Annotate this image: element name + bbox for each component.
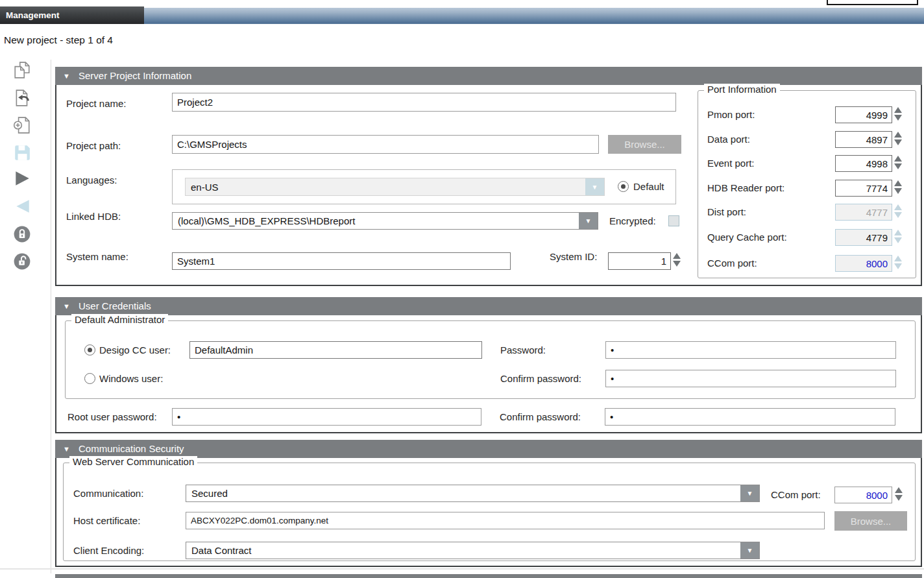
port-label: CCom port: xyxy=(707,255,757,272)
ccom-port-input-ws[interactable] xyxy=(834,487,892,503)
collapse-triangle-icon[interactable]: ▼ xyxy=(63,297,70,315)
dist-port-spinner xyxy=(894,204,903,218)
language-default-label: Default xyxy=(633,178,664,196)
event-port-input[interactable] xyxy=(835,155,892,172)
languages-group-box: en-US ▼ Default xyxy=(172,169,676,204)
query-cache-port-input[interactable] xyxy=(835,229,892,246)
unlock-icon[interactable] xyxy=(13,252,31,271)
collapse-triangle-icon[interactable]: ▼ xyxy=(63,67,70,85)
save-icon[interactable] xyxy=(13,143,31,162)
ccom-port-input[interactable] xyxy=(835,255,892,272)
spinner-down-icon[interactable] xyxy=(673,261,681,267)
port-label: HDB Reader port: xyxy=(707,180,784,197)
next-section-header-partial[interactable] xyxy=(55,574,922,578)
data-port-input[interactable] xyxy=(835,131,892,148)
web-server-communication-group: Web Server Communication Communication: … xyxy=(63,463,916,561)
section-header-communication-security[interactable]: ▼ Communication Security xyxy=(55,440,922,458)
chevron-down-icon[interactable]: ▼ xyxy=(579,213,598,229)
desigo-cc-user-label: Desigo CC user: xyxy=(99,341,171,359)
linked-hdb-value: (local)\GMS_HDB_EXPRESS\HDBreport xyxy=(178,213,355,229)
default-administrator-group: Default Administrator Desigo CC user: Pa… xyxy=(65,320,916,399)
lock-icon[interactable] xyxy=(13,225,31,243)
hdb-reader-port-input[interactable] xyxy=(835,180,892,197)
back-icon[interactable] xyxy=(13,197,31,215)
host-certificate-input[interactable] xyxy=(186,512,825,529)
chevron-down-icon[interactable]: ▼ xyxy=(585,178,604,195)
event-port-spinner[interactable] xyxy=(894,156,903,169)
project-path-input[interactable] xyxy=(172,135,599,154)
query-cache-port-spinner[interactable] xyxy=(894,230,903,243)
data-port-spinner[interactable] xyxy=(894,132,903,145)
root-confirm-password-label: Confirm password: xyxy=(500,408,581,426)
import-document-icon[interactable] xyxy=(13,89,31,107)
desigo-cc-user-input[interactable] xyxy=(189,341,482,359)
host-certificate-label: Host certificate: xyxy=(73,512,140,529)
system-id-spinner-arrows[interactable] xyxy=(673,253,682,267)
languages-value: en-US xyxy=(191,178,219,195)
language-default-radio[interactable] xyxy=(618,181,629,192)
port-label: Data port: xyxy=(707,131,750,148)
host-certificate-browse-button[interactable]: Browse... xyxy=(834,511,907,531)
linked-hdb-label: Linked HDB: xyxy=(66,208,121,225)
section-title: Communication Security xyxy=(79,440,184,458)
root-password-label: Root user password: xyxy=(67,408,157,426)
section-title: User Credentials xyxy=(79,297,151,315)
ccom-port-spinner[interactable] xyxy=(894,256,903,269)
section-body-communication-security: Web Server Communication Communication: … xyxy=(55,458,922,567)
collapse-triangle-icon[interactable]: ▼ xyxy=(63,440,70,458)
windows-user-label: Windows user: xyxy=(99,370,163,387)
linked-hdb-dropdown[interactable]: (local)\GMS_HDB_EXPRESS\HDBreport ▼ xyxy=(172,212,598,230)
port-information-group: Port Information Pmon port: Data port: E… xyxy=(698,90,916,278)
communication-label: Communication: xyxy=(73,485,143,502)
port-label: Event port: xyxy=(707,155,755,172)
application-window: Management New project - step 1 of 4 xyxy=(0,0,924,578)
ccom-port-ws-spinner[interactable] xyxy=(895,487,904,501)
languages-dropdown[interactable]: en-US ▼ xyxy=(185,178,605,196)
windows-user-radio[interactable] xyxy=(84,373,95,384)
chevron-down-icon[interactable]: ▼ xyxy=(740,542,759,559)
password-input[interactable] xyxy=(605,341,896,359)
port-label: Pmon port: xyxy=(707,106,755,123)
system-name-label: System name: xyxy=(66,248,128,265)
chevron-down-icon[interactable]: ▼ xyxy=(740,485,759,501)
section-body-user-credentials: Default Administrator Desigo CC user: Pa… xyxy=(55,315,922,433)
encrypted-label: Encrypted: xyxy=(609,212,656,230)
root-password-input[interactable] xyxy=(172,408,481,426)
pmon-port-input[interactable] xyxy=(835,106,892,123)
spinner-up-icon[interactable] xyxy=(673,253,681,259)
project-name-label: Project name: xyxy=(66,94,127,113)
pmon-port-spinner[interactable] xyxy=(894,107,903,121)
communication-dropdown[interactable]: Secured ▼ xyxy=(186,485,760,502)
web-server-communication-title: Web Server Communication xyxy=(69,456,197,467)
system-id-label: System ID: xyxy=(550,248,597,265)
root-confirm-password-input[interactable] xyxy=(605,408,895,426)
confirm-password-input[interactable] xyxy=(605,370,896,387)
section-header-server-project[interactable]: ▼ Server Project Information xyxy=(55,67,922,85)
languages-label: Languages: xyxy=(66,171,117,189)
tab-management[interactable]: Management xyxy=(0,6,144,24)
hdb-reader-port-spinner[interactable] xyxy=(894,180,903,194)
bottom-divider xyxy=(0,568,924,570)
encrypted-checkbox[interactable] xyxy=(668,215,679,226)
project-name-input[interactable] xyxy=(172,93,676,112)
section-header-user-credentials[interactable]: ▼ User Credentials xyxy=(55,297,922,315)
copy-document-icon[interactable] xyxy=(13,61,31,79)
system-id-input[interactable] xyxy=(608,252,671,270)
port-label: Dist port: xyxy=(707,204,746,221)
system-name-input[interactable] xyxy=(172,252,511,270)
client-encoding-dropdown[interactable]: Data Contract ▼ xyxy=(186,542,760,559)
project-path-browse-button[interactable]: Browse... xyxy=(608,135,681,154)
confirm-password-label: Confirm password: xyxy=(500,370,581,387)
page-title: New project - step 1 of 4 xyxy=(4,34,113,46)
ccom-port-label: CCom port: xyxy=(771,487,821,503)
project-path-label: Project path: xyxy=(66,136,121,155)
password-label: Password: xyxy=(500,341,546,359)
toolbar-divider xyxy=(51,60,51,573)
section-title: Server Project Information xyxy=(79,67,191,85)
desigo-cc-user-radio[interactable] xyxy=(84,344,95,355)
run-icon[interactable] xyxy=(13,169,31,187)
new-document-icon[interactable] xyxy=(13,116,31,134)
client-encoding-label: Client Encoding: xyxy=(73,542,144,559)
truncated-top-control[interactable] xyxy=(827,0,918,5)
communication-value: Secured xyxy=(191,485,228,501)
